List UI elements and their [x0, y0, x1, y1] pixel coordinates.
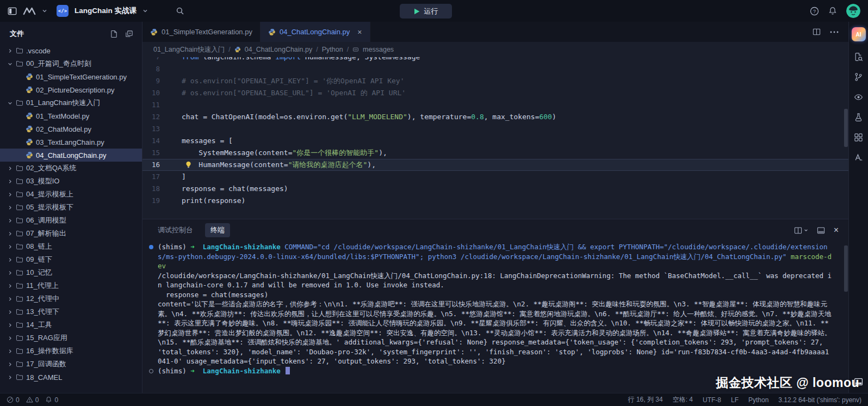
tree-item[interactable]: 04_提示模板上 — [0, 188, 142, 201]
tree-item[interactable]: 07_解析输出 — [0, 227, 142, 240]
tree-item[interactable]: 02_ChatModel.py — [0, 122, 142, 136]
tree-item[interactable]: 04_ChatLongChain.py — [0, 149, 142, 162]
source-control-icon[interactable] — [854, 72, 863, 82]
split-terminal-icon[interactable] — [794, 226, 808, 235]
breadcrumb-symbol[interactable]: messages — [363, 46, 394, 53]
error-count: 0 — [16, 396, 20, 404]
terminal-cursor — [286, 367, 290, 374]
notifications-count[interactable]: 0 — [45, 396, 58, 404]
breadcrumb-folder[interactable]: 01_LangChain快速入门 — [153, 45, 225, 54]
close-tab-icon[interactable]: × — [357, 28, 362, 36]
panel-layout-icon[interactable] — [817, 226, 825, 235]
code-line[interactable]: 16 HumanMessage(content="请给我的桌游店起个名"), — [142, 159, 848, 171]
lightbulb-icon[interactable] — [185, 161, 192, 168]
code-line[interactable]: 8 — [142, 63, 848, 75]
tree-item[interactable]: 02_文档QA系统 — [0, 162, 142, 175]
notifications-bell-icon[interactable] — [828, 7, 837, 15]
code-line[interactable]: 7from langchain.schema import HumanMessa… — [142, 57, 848, 63]
tree-item[interactable]: 08_链上 — [0, 240, 142, 253]
tree-item[interactable]: .vscode — [0, 44, 142, 57]
tree-item[interactable]: 00_开篇词_奇点时刻 — [0, 57, 142, 70]
tree-item[interactable]: 11_代理上 — [0, 279, 142, 292]
tab-debug-console[interactable]: 调试控制台 — [152, 223, 199, 237]
tree-item[interactable]: 05_提示模板下 — [0, 201, 142, 214]
encoding[interactable]: UTF-8 — [703, 396, 721, 404]
file-search-icon[interactable] — [854, 52, 863, 61]
extensions-grid-icon[interactable] — [854, 133, 863, 142]
more-actions-icon[interactable] — [830, 31, 839, 33]
tree-item-label: 17_回调函数 — [26, 359, 66, 369]
terminal-output[interactable]: (shims) ➜ LangChain-shizhanke COMMAND="c… — [142, 241, 848, 393]
code-line[interactable]: 14messages = [ — [142, 135, 848, 147]
breadcrumb-language[interactable]: Python — [322, 46, 343, 53]
language-mode[interactable]: Python — [748, 396, 768, 404]
code-line[interactable]: 10# os.environ["OPENAI_BASE_URL"] = 'Ope… — [142, 87, 848, 99]
tree-item[interactable]: 15_RAG应用 — [0, 331, 142, 345]
tree-item[interactable]: 01_TextModel.py — [0, 109, 142, 122]
code-line[interactable]: 12chat = ChatOpenAI(model=os.environ.get… — [142, 111, 848, 123]
chevron-down-icon[interactable] — [142, 8, 148, 14]
tree-item[interactable]: 02_PictureDescription.py — [0, 83, 142, 96]
split-editor-icon[interactable] — [813, 28, 821, 36]
problems-warnings[interactable]: 0 — [26, 396, 39, 404]
tree-item[interactable]: 09_链下 — [0, 253, 142, 266]
sidebar-toggle-icon[interactable] — [8, 7, 17, 16]
code-editor[interactable]: 7from langchain.schema import HumanMessa… — [142, 57, 848, 219]
python-file-icon — [26, 125, 33, 133]
chevron-right-icon — [7, 375, 13, 380]
indent-setting[interactable]: 空格: 4 — [673, 395, 693, 404]
tree-item[interactable]: 06_调用模型 — [0, 214, 142, 227]
line-number: 7 — [142, 57, 171, 63]
tree-item[interactable]: 13_代理下 — [0, 305, 142, 318]
code-line[interactable]: 9# os.environ["OPENAI_API_KEY"] = '你的Ope… — [142, 75, 848, 87]
help-icon[interactable]: ? — [810, 7, 819, 16]
tree-item-label: 02_PictureDescription.py — [36, 86, 115, 94]
cursor-position[interactable]: 行 16, 列 34 — [628, 395, 663, 404]
code-line[interactable]: 17] — [142, 171, 848, 183]
avatar[interactable] — [846, 4, 860, 18]
typography-icon[interactable] — [854, 153, 863, 162]
breadcrumb-file[interactable]: 04_ChatLongChain.py — [245, 46, 312, 53]
app-logo[interactable] — [23, 7, 36, 15]
run-button[interactable]: 运行 — [400, 4, 452, 19]
tree-item[interactable]: 16_操作数据库 — [0, 345, 142, 358]
tab-04-chatlongchain[interactable]: 04_ChatLongChain.py × — [261, 22, 370, 42]
code-line[interactable]: 15 SystemMessage(content="你是一个很棒的智能助手"), — [142, 147, 848, 159]
chevron-down-icon[interactable] — [42, 8, 47, 14]
editor-scrollbar[interactable] — [844, 109, 848, 147]
explorer-sidebar: 文件 .vscode00_开篇词_奇点时刻01_SimpleTextGenera… — [0, 22, 142, 393]
preview-eye-icon[interactable] — [854, 93, 863, 102]
close-panel-icon[interactable]: × — [834, 226, 839, 235]
tree-item[interactable]: 03_模型IO — [0, 175, 142, 188]
search-icon[interactable] — [176, 7, 184, 15]
tree-item[interactable]: 17_回调函数 — [0, 358, 142, 371]
tree-item-label: .vscode — [26, 47, 51, 55]
python-interpreter[interactable]: 3.12.2 64-bit ('shims': pyenv) — [778, 396, 861, 404]
tree-item[interactable]: 14_工具 — [0, 318, 142, 331]
terminal-scrollbar[interactable] — [844, 245, 848, 292]
code-line[interactable]: 13 — [142, 123, 848, 135]
tab-01-simpletextgeneration[interactable]: 01_SimpleTextGeneration.py — [142, 22, 261, 42]
command-decoration-icon — [149, 245, 153, 249]
tree-item[interactable]: 03_TextLangChain.py — [0, 136, 142, 149]
code-line[interactable]: 11 — [142, 99, 848, 111]
tree-item-label: 10_记忆 — [26, 268, 52, 278]
tree-item[interactable]: 12_代理中 — [0, 292, 142, 305]
ai-assistant-icon[interactable]: AI — [852, 27, 866, 41]
chevron-down-icon — [7, 61, 13, 66]
code-line[interactable]: 19print(response) — [142, 195, 848, 207]
project-name[interactable]: LangChain 实战课 — [75, 6, 137, 16]
new-file-icon[interactable] — [110, 30, 118, 38]
tab-terminal[interactable]: 终端 — [205, 223, 230, 237]
tree-item[interactable]: 01_LangChain快速入门 — [0, 96, 142, 109]
collapse-folders-icon[interactable] — [125, 30, 133, 38]
problems-errors[interactable]: 0 — [7, 396, 20, 404]
tree-item[interactable]: 10_记忆 — [0, 266, 142, 279]
folder-icon — [16, 295, 23, 303]
tree-item[interactable]: 18_CAMEL — [0, 371, 142, 384]
tree-item[interactable]: 01_SimpleTextGeneration.py — [0, 70, 142, 83]
code-line[interactable]: 18response = chat(messages) — [142, 183, 848, 195]
breadcrumb: 01_LangChain快速入门 / 04_ChatLongChain.py /… — [142, 42, 848, 57]
test-flask-icon[interactable] — [854, 113, 863, 122]
eol-setting[interactable]: LF — [731, 396, 739, 404]
